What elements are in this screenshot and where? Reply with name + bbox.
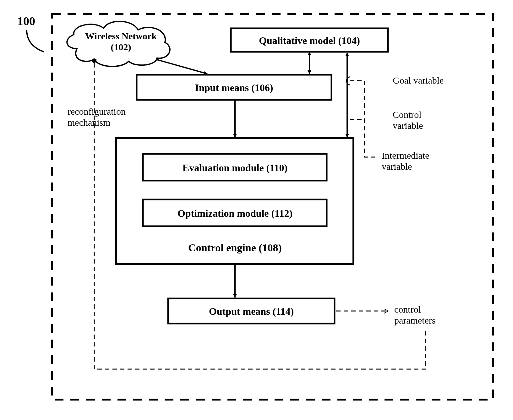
wireless-network-cloud: Wireless Network (102) bbox=[67, 21, 170, 66]
control-engine-box: Evaluation module (110) Optimization mod… bbox=[116, 138, 353, 264]
reconfiguration-label-1: reconfiguration bbox=[68, 106, 126, 117]
cloud-knob bbox=[92, 58, 96, 63]
output-means-label: Output means (114) bbox=[209, 306, 294, 317]
control-variable-label-1: Control bbox=[393, 109, 422, 120]
reconfiguration-label-2: mechanism bbox=[68, 117, 111, 128]
diagram-svg: 100 Wireless Network (102) Qualitative m… bbox=[0, 0, 513, 420]
control-engine-title: Control engine (108) bbox=[188, 242, 282, 254]
qualitative-model-label: Qualitative model (104) bbox=[259, 35, 360, 46]
figure-id-pointer bbox=[27, 30, 44, 52]
goal-variable-label: Goal variable bbox=[393, 75, 444, 85]
annotation-control-parameters: control parameters bbox=[336, 304, 436, 325]
control-parameters-label-2: parameters bbox=[394, 315, 436, 325]
figure-id-label: 100 bbox=[17, 14, 35, 28]
annotation-control-variable: Control variable bbox=[350, 109, 423, 131]
arrow-cloud-to-input bbox=[157, 60, 207, 74]
output-means-box: Output means (114) bbox=[168, 298, 335, 324]
evaluation-module-label: Evaluation module (110) bbox=[183, 162, 287, 173]
diagram-stage: 100 Wireless Network (102) Qualitative m… bbox=[0, 0, 513, 420]
intermediate-variable-label-1: Intermediate bbox=[382, 150, 429, 161]
input-means-label: Input means (106) bbox=[195, 82, 273, 93]
wireless-network-label-line2: (102) bbox=[111, 42, 131, 52]
control-parameters-label-1: control bbox=[394, 304, 421, 314]
annotation-goal-variable: Goal variable bbox=[347, 75, 444, 85]
optimization-module-label: Optimization module (112) bbox=[177, 208, 292, 219]
input-means-box: Input means (106) bbox=[137, 75, 331, 100]
control-variable-label-2: variable bbox=[393, 120, 423, 131]
wireless-network-label-line1: Wireless Network bbox=[85, 31, 157, 41]
intermediate-variable-label-2: variable bbox=[382, 161, 412, 172]
qualitative-model-box: Qualitative model (104) bbox=[231, 28, 388, 52]
